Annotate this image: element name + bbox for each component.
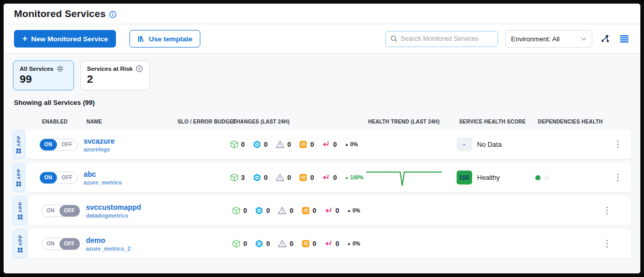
change-delta: ▲ 0% bbox=[347, 208, 360, 213]
table-row: APP ON OFF svccustomappd datadogmetrics bbox=[13, 196, 631, 225]
name-cell: abc azure_metrics bbox=[84, 170, 175, 186]
app-grid-icon bbox=[16, 181, 21, 187]
services-at-risk-count: 2 bbox=[87, 73, 143, 85]
configs-change: 0 bbox=[253, 140, 268, 149]
service-type-label: APP bbox=[16, 168, 21, 180]
toggle-off-label: OFF bbox=[60, 238, 80, 250]
service-row-card: ON OFF svcazure azurelogs 0 bbox=[26, 130, 632, 159]
events-icon bbox=[324, 239, 333, 248]
warning-triangle-icon bbox=[277, 206, 287, 215]
kebab-dot bbox=[606, 210, 608, 212]
incident-app-icon bbox=[299, 173, 308, 182]
name-cell: demo azure_metrics_2 bbox=[86, 236, 177, 252]
kebab-dot bbox=[617, 180, 619, 182]
events-icon bbox=[321, 173, 330, 182]
alerts-change: 0 bbox=[275, 173, 291, 182]
row-menu-button[interactable] bbox=[615, 172, 621, 184]
list-view-icon bbox=[620, 35, 629, 43]
configs-count: 0 bbox=[266, 207, 270, 214]
health-score-label: No Data bbox=[477, 141, 502, 148]
service-type-tab: APP bbox=[13, 229, 27, 258]
health-score-badge: 100 bbox=[457, 171, 472, 184]
change-delta: ▲ 0% bbox=[347, 241, 360, 247]
service-name-link[interactable]: abc bbox=[84, 170, 175, 178]
service-name-link[interactable]: svccustomappd bbox=[86, 203, 177, 211]
list-view-button[interactable] bbox=[619, 34, 630, 44]
delta-arrow-icon: ▲ bbox=[345, 142, 349, 147]
search-input[interactable] bbox=[401, 35, 493, 42]
new-monitored-service-button[interactable]: + New Monitored Service bbox=[14, 30, 116, 48]
kebab-dot bbox=[617, 141, 619, 143]
events-count: 0 bbox=[333, 141, 336, 148]
app-grid-icon bbox=[18, 248, 23, 253]
enabled-toggle[interactable]: ON OFF bbox=[41, 205, 80, 217]
toggle-off-label: OFF bbox=[60, 205, 80, 217]
changes-cell: 3 0 0 bbox=[230, 173, 365, 182]
configs-change: 0 bbox=[255, 206, 270, 215]
col-health-trend: HEALTH TREND (LAST 24H) bbox=[368, 119, 459, 125]
incidents-change: 0 bbox=[299, 173, 314, 182]
service-type-label: APP bbox=[18, 202, 23, 213]
row-menu-button[interactable] bbox=[604, 205, 610, 217]
chevron-down-icon bbox=[581, 37, 587, 41]
info-icon[interactable] bbox=[109, 11, 116, 18]
col-changes: CHANGES (LAST 24H) bbox=[232, 119, 368, 125]
service-name-link[interactable]: svcazure bbox=[84, 137, 175, 145]
configs-count: 0 bbox=[266, 240, 270, 248]
health-score-cell: 100 Healthy bbox=[457, 171, 535, 184]
delta-value: 0% bbox=[353, 241, 360, 247]
enabled-toggle[interactable]: ON OFF bbox=[39, 172, 78, 184]
alerts-change: 0 bbox=[277, 206, 293, 215]
dependency-health-dot bbox=[544, 175, 549, 180]
services-at-risk-label: Services at Risk bbox=[87, 66, 133, 72]
deploy-cube-icon bbox=[232, 239, 241, 248]
deploy-cube-icon bbox=[232, 206, 241, 215]
gear-icon bbox=[56, 65, 64, 72]
events-icon bbox=[321, 140, 330, 149]
warning-triangle-icon bbox=[275, 140, 285, 149]
plus-icon: + bbox=[22, 34, 27, 44]
deploys-count: 0 bbox=[243, 240, 247, 248]
deploys-change: 3 bbox=[230, 173, 245, 182]
topology-view-button[interactable] bbox=[599, 33, 611, 44]
service-type-tab: APP bbox=[13, 196, 27, 225]
row-menu-button[interactable] bbox=[604, 238, 610, 250]
events-change: 0 bbox=[324, 239, 339, 248]
service-subtitle: azure_metrics bbox=[84, 179, 175, 186]
content-area: All Services 99 Services at Risk 2 bbox=[4, 54, 640, 273]
incident-app-icon bbox=[301, 206, 310, 215]
services-at-risk-card[interactable]: Services at Risk 2 bbox=[80, 60, 150, 90]
kebab-dot bbox=[606, 240, 608, 242]
kebab-dot bbox=[606, 243, 608, 245]
col-slo: SLO / ERROR BUDGET bbox=[178, 119, 232, 125]
use-template-button[interactable]: Use template bbox=[129, 30, 200, 48]
delta-value: 0% bbox=[353, 208, 360, 213]
health-score-cell: - No Data bbox=[457, 137, 535, 151]
events-count: 0 bbox=[333, 174, 336, 181]
toggle-on-label: ON bbox=[40, 172, 57, 183]
kebab-dot bbox=[617, 174, 619, 176]
search-box bbox=[385, 31, 498, 47]
service-subtitle: azurelogs bbox=[84, 146, 175, 152]
configs-change: 0 bbox=[253, 173, 268, 182]
environment-filter[interactable]: Environment: All bbox=[505, 30, 592, 48]
service-type-label: APP bbox=[18, 235, 23, 246]
changes-cell: 0 0 0 bbox=[232, 239, 368, 248]
col-name: NAME bbox=[86, 119, 178, 125]
table-row: APP ON OFF demo azure_metrics_2 bbox=[13, 229, 631, 258]
alerts-count: 0 bbox=[289, 207, 293, 214]
incidents-change: 0 bbox=[299, 140, 314, 149]
delta-arrow-icon: ▲ bbox=[345, 175, 349, 180]
deploy-cube-icon bbox=[230, 140, 239, 149]
deploys-change: 0 bbox=[232, 206, 247, 215]
row-menu-button[interactable] bbox=[615, 138, 621, 151]
configs-change: 0 bbox=[255, 239, 270, 248]
kebab-dot bbox=[606, 246, 608, 248]
enabled-toggle[interactable]: ON OFF bbox=[41, 238, 80, 250]
service-name-link[interactable]: demo bbox=[86, 236, 177, 244]
enabled-toggle[interactable]: ON OFF bbox=[39, 138, 78, 151]
kebab-dot bbox=[617, 147, 619, 149]
kebab-dot bbox=[617, 144, 619, 146]
all-services-card[interactable]: All Services 99 bbox=[13, 60, 74, 90]
search-icon bbox=[390, 35, 398, 42]
